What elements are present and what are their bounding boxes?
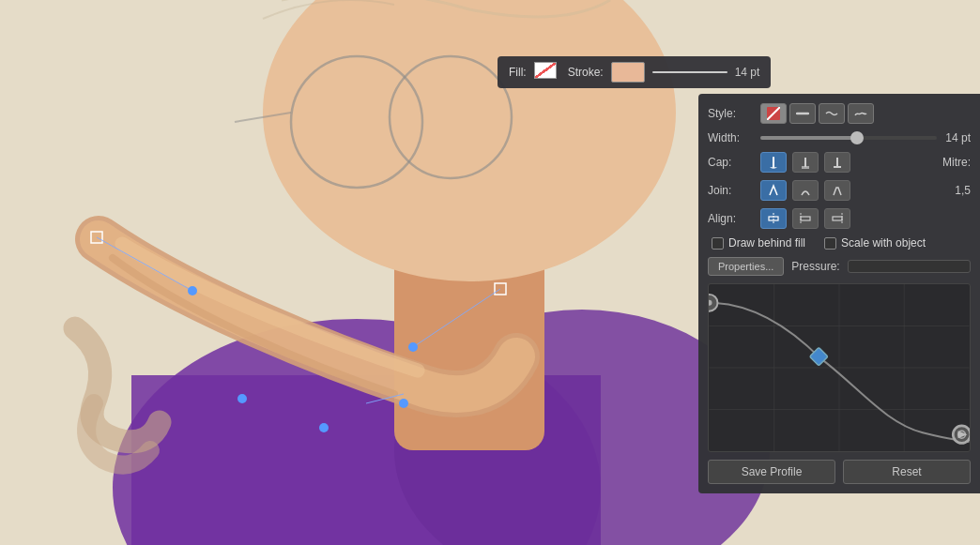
align-inside-btn[interactable]: [792, 208, 819, 229]
width-value: 14 pt: [942, 131, 971, 144]
svg-point-13: [237, 394, 247, 403]
style-brush2-btn[interactable]: [848, 103, 874, 124]
pressure-bar: [848, 260, 971, 273]
cap-round-btn[interactable]: [760, 152, 787, 173]
svg-rect-29: [801, 217, 810, 220]
width-slider-thumb[interactable]: [850, 131, 864, 144]
align-label: Align:: [708, 212, 755, 225]
bottom-buttons-row: Save Profile Reset: [708, 460, 971, 484]
join-round-btn[interactable]: [792, 180, 819, 201]
pressure-label: Pressure:: [791, 260, 839, 273]
svg-point-18: [408, 342, 418, 352]
fill-swatch[interactable]: [534, 62, 560, 83]
svg-rect-24: [802, 166, 809, 169]
join-label: Join:: [708, 184, 755, 197]
join-value: 1,5: [942, 184, 971, 197]
join-miter-btn[interactable]: [760, 180, 787, 201]
align-center-btn[interactable]: [760, 208, 787, 229]
checkbox-row: Draw behind fill Scale with object: [708, 236, 971, 250]
align-row: Align:: [708, 208, 971, 229]
pressure-graph[interactable]: [708, 283, 971, 452]
style-row: Style:: [708, 103, 971, 124]
svg-point-11: [188, 286, 197, 295]
scale-with-box[interactable]: [824, 237, 836, 250]
join-bevel-btn[interactable]: [824, 180, 850, 201]
style-buttons-group: [760, 103, 874, 124]
stroke-properties-panel: Style:: [698, 94, 980, 493]
style-solid-btn[interactable]: [789, 103, 816, 124]
align-outside-btn[interactable]: [824, 208, 850, 229]
mitre-label: Mitre:: [942, 156, 971, 169]
properties-button[interactable]: Properties...: [708, 257, 784, 276]
style-brush1-btn[interactable]: [819, 103, 845, 124]
style-none-btn[interactable]: [760, 103, 787, 124]
draw-behind-box[interactable]: [712, 237, 724, 250]
svg-point-14: [319, 423, 329, 432]
cap-label: Cap:: [708, 156, 755, 169]
properties-pressure-row: Properties... Pressure:: [708, 257, 971, 276]
draw-behind-checkbox[interactable]: Draw behind fill: [712, 236, 805, 250]
width-label: Width:: [708, 131, 755, 144]
reset-button[interactable]: Reset: [843, 460, 971, 484]
fill-label: Fill:: [509, 66, 527, 79]
cap-row: Cap: Mitre:: [708, 152, 971, 173]
svg-point-15: [399, 399, 408, 408]
svg-rect-31: [833, 217, 842, 220]
width-slider-track[interactable]: [760, 136, 937, 140]
stroke-label: Stroke:: [568, 66, 604, 79]
scale-with-checkbox[interactable]: Scale with object: [824, 236, 926, 250]
scale-with-label: Scale with object: [841, 236, 926, 250]
width-slider-container: [760, 136, 937, 140]
save-profile-button[interactable]: Save Profile: [708, 460, 835, 484]
draw-behind-label: Draw behind fill: [728, 236, 805, 250]
join-row: Join: 1,5: [708, 180, 971, 201]
stroke-width-line: [652, 71, 727, 73]
stroke-color-swatch[interactable]: [611, 62, 645, 83]
style-label: Style:: [708, 107, 755, 120]
stroke-width-value: 14 pt: [735, 66, 760, 79]
fill-stroke-bar: Fill: Stroke: 14 pt: [498, 56, 771, 88]
cap-flat-btn[interactable]: [824, 152, 850, 173]
cap-square-btn[interactable]: [792, 152, 819, 173]
width-row: Width: 14 pt: [708, 131, 971, 144]
